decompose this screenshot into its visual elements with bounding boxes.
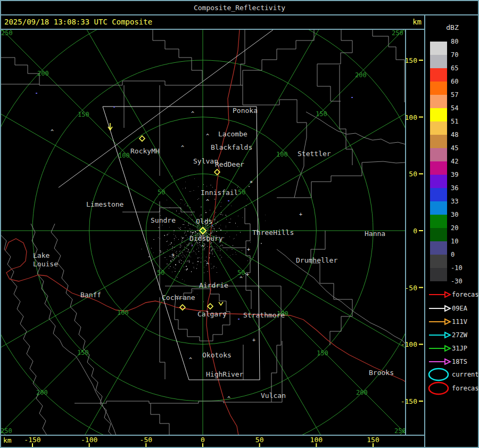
bottom-axis-tick-label: -100 xyxy=(81,436,97,444)
ring-distance-label: 50 xyxy=(157,269,164,276)
place-label: RedDeer xyxy=(215,160,244,168)
clutter-speckle xyxy=(178,239,179,240)
clutter-speckle xyxy=(226,216,227,216)
clutter-speckle xyxy=(197,228,197,229)
clutter-speckle xyxy=(195,232,195,233)
clutter-speckle xyxy=(207,230,208,231)
clutter-speckle xyxy=(185,247,186,248)
clutter-speckle xyxy=(174,232,174,232)
clutter-speckle xyxy=(189,260,189,261)
clutter-speckle xyxy=(185,227,186,228)
clutter-speckle xyxy=(221,245,222,245)
place-label: Blackfalds xyxy=(211,143,252,151)
clutter-speckle xyxy=(220,255,220,256)
clutter-speckle xyxy=(198,248,199,248)
clutter-speckle xyxy=(212,252,213,253)
ring-distance-label: 250 xyxy=(394,427,406,435)
place-label: Calgary xyxy=(197,310,227,318)
legend-arrow-icon xyxy=(445,346,450,351)
clutter-speckle xyxy=(151,248,152,249)
clutter-speckle xyxy=(197,230,199,231)
clutter-speckle xyxy=(213,266,214,267)
bottom-axis-tick xyxy=(259,443,260,447)
clutter-speckle xyxy=(192,251,192,252)
clutter-speckle xyxy=(186,260,186,261)
clutter-speckle xyxy=(185,249,185,250)
clutter-speckle xyxy=(210,254,210,254)
clutter-speckle xyxy=(184,205,185,205)
clutter-speckle xyxy=(174,238,175,239)
colorbar-block xyxy=(430,188,447,201)
clutter-speckle xyxy=(172,286,173,287)
boundary-line xyxy=(122,208,195,212)
colorbar-block xyxy=(430,68,447,82)
window-border xyxy=(424,14,425,448)
place-label: Banff xyxy=(80,291,101,299)
right-axis-tick-label: -50 xyxy=(405,284,417,292)
clutter-speckle xyxy=(212,187,213,188)
clutter-speckle xyxy=(141,249,142,249)
clutter-speckle xyxy=(167,200,167,200)
caret-marker: ^ xyxy=(201,245,204,250)
clutter-speckle xyxy=(189,242,189,243)
clutter-speckle xyxy=(226,227,226,228)
clutter-speckle xyxy=(184,263,185,264)
clutter-speckle xyxy=(213,267,213,268)
clutter-speckle xyxy=(178,227,179,228)
clutter-speckle xyxy=(212,228,213,229)
clutter-speckle xyxy=(210,246,211,247)
cross-marker: + xyxy=(171,252,175,258)
clutter-speckle xyxy=(195,252,196,253)
clutter-speckle xyxy=(236,254,236,255)
clutter-speckle xyxy=(187,231,188,232)
clutter-speckle xyxy=(166,241,167,242)
clutter-speckle xyxy=(237,226,238,227)
place-label: Airdrie xyxy=(199,281,228,289)
clutter-speckle xyxy=(184,224,185,225)
clutter-speckle xyxy=(172,176,172,176)
radar-map-canvas[interactable]: 2502001501002502001501001001502002501001… xyxy=(0,0,479,448)
clutter-speckle xyxy=(179,231,180,231)
clutter-speckle xyxy=(203,184,204,185)
clutter-speckle xyxy=(192,244,193,245)
clutter-speckle xyxy=(170,244,171,245)
legend-arrow-icon xyxy=(445,292,450,297)
clutter-speckle xyxy=(172,250,172,250)
colorbar-value-label: 80 xyxy=(451,38,458,45)
clutter-speckle xyxy=(174,244,175,245)
clutter-speckle xyxy=(214,229,214,230)
clutter-speckle xyxy=(194,178,195,179)
place-label: Lake xyxy=(33,251,49,259)
caret-marker: ^ xyxy=(224,312,227,317)
clutter-speckle xyxy=(174,234,174,235)
ring-distance-label: 100 xyxy=(118,152,130,159)
clutter-speckle xyxy=(224,237,224,238)
clutter-speckle xyxy=(200,246,200,246)
clutter-speckle xyxy=(170,266,171,267)
clutter-speckle xyxy=(218,243,218,243)
map-layer[interactable]: 2502001501002502001501001001502002501001… xyxy=(0,0,479,448)
clutter-speckle xyxy=(174,258,175,259)
clutter-speckle xyxy=(186,245,187,245)
clutter-speckle xyxy=(238,186,238,186)
clutter-speckle xyxy=(184,266,184,267)
clutter-speckle xyxy=(183,262,184,262)
clutter-speckle xyxy=(181,237,182,238)
ring-distance-label: 250 xyxy=(1,29,13,37)
clutter-speckle xyxy=(221,213,222,213)
clutter-speckle xyxy=(179,251,180,252)
clutter-speckle xyxy=(160,238,160,239)
clutter-speckle xyxy=(190,233,191,233)
clutter-speckle xyxy=(214,256,215,257)
colorbar-value-label: 0 xyxy=(451,251,455,258)
clutter-speckle xyxy=(197,242,198,243)
place-label: Louise xyxy=(33,260,58,268)
clutter-speckle xyxy=(214,219,215,221)
clutter-speckle xyxy=(191,257,191,257)
clutter-speckle xyxy=(227,232,227,232)
clutter-speckle xyxy=(181,240,182,240)
legend-item-label: 31JP xyxy=(452,345,467,352)
place-label: ThreeHills xyxy=(252,229,294,237)
timestamp-label: 2025/09/18 13:08:33 UTC Composite xyxy=(4,18,152,26)
clutter-speckle xyxy=(174,230,175,231)
